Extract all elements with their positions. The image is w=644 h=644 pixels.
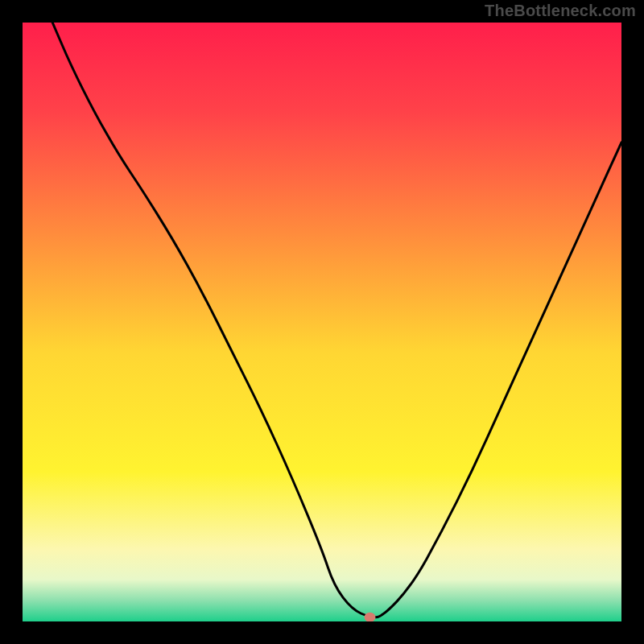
plot-area [23, 23, 621, 621]
chart-frame: TheBottleneck.com [0, 0, 644, 644]
gradient-background [23, 23, 621, 621]
chart-svg [23, 23, 621, 621]
attribution-text: TheBottleneck.com [485, 2, 636, 20]
